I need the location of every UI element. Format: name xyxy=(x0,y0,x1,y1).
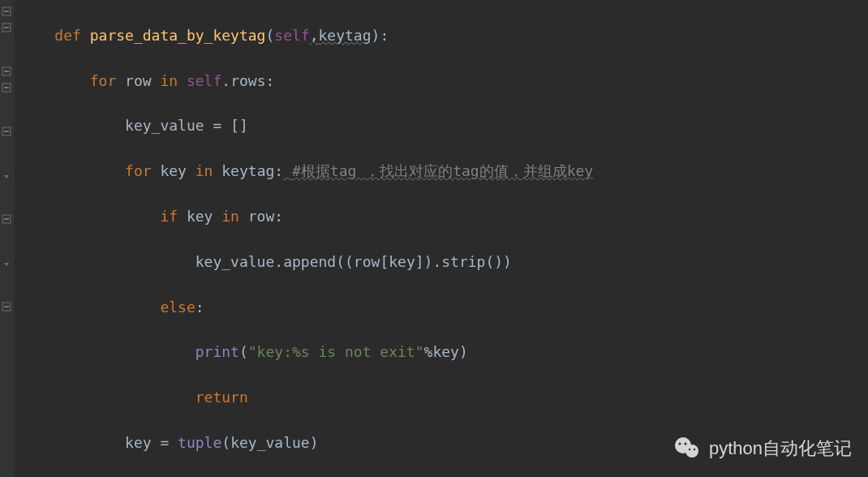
watermark: python自动化笔记 xyxy=(673,435,852,462)
svg-point-18 xyxy=(689,449,690,450)
fold-icon[interactable] xyxy=(2,214,13,226)
code-editor: def parse_data_by_keytag(self,keytag): f… xyxy=(0,0,868,477)
fold-icon[interactable] xyxy=(2,258,13,269)
fold-icon[interactable] xyxy=(2,127,13,138)
code-line: key_value = [] xyxy=(19,114,868,137)
svg-point-16 xyxy=(678,442,681,445)
code-line: print("key:%s is not exit"%key) xyxy=(19,341,868,363)
code-line: for row in self.rows: xyxy=(19,70,868,92)
code-line: key_value.append((row[key]).strip()) xyxy=(19,251,868,273)
fold-gutter xyxy=(0,0,15,477)
watermark-text: python自动化笔记 xyxy=(709,435,852,462)
code-area[interactable]: def parse_data_by_keytag(self,keytag): f… xyxy=(15,0,868,477)
fold-icon[interactable] xyxy=(2,170,13,182)
code-line: if key in row: xyxy=(19,205,868,228)
svg-point-19 xyxy=(694,449,695,450)
code-line: else: xyxy=(19,296,868,319)
code-line: return xyxy=(19,386,868,409)
fold-icon[interactable] xyxy=(2,23,13,34)
fold-icon[interactable] xyxy=(2,6,13,18)
fold-icon[interactable] xyxy=(2,83,13,94)
fold-icon[interactable] xyxy=(2,67,13,78)
svg-point-17 xyxy=(684,442,686,445)
code-line: for key in keytag: #根据tag ，找出对应的tag的值，并组… xyxy=(19,160,868,183)
svg-point-15 xyxy=(685,445,698,458)
wechat-icon xyxy=(673,435,701,462)
code-line: def parse_data_by_keytag(self,keytag): xyxy=(19,24,868,47)
fold-icon[interactable] xyxy=(2,302,13,313)
